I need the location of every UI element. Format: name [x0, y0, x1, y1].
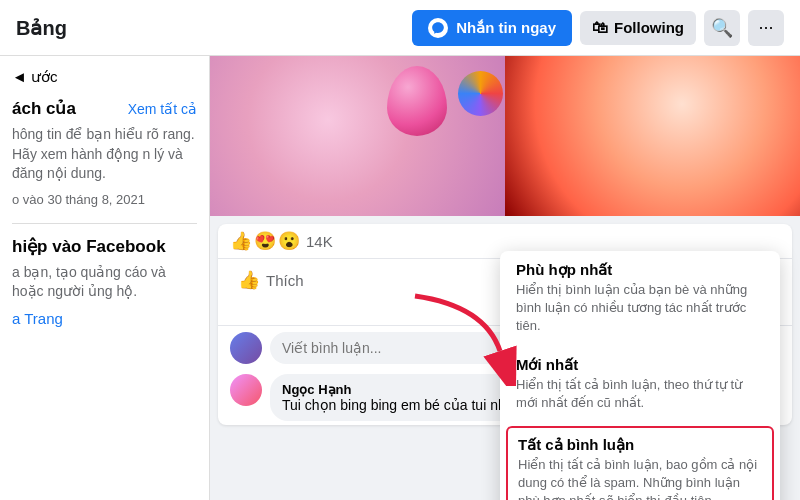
search-icon: 🔍 [711, 17, 733, 39]
sidebar: ◄ ước ách của Xem tất cả hông tin để bạn… [0, 56, 210, 500]
reaction-count: 14K [306, 233, 333, 250]
following-icon: 🛍 [592, 19, 608, 37]
view-all-link[interactable]: Xem tất cả [128, 101, 197, 117]
sort-dropdown-menu: Phù hợp nhất Hiển thị bình luận của bạn … [500, 251, 780, 500]
sidebar-section2-text: a bạn, tạo quảng cáo và hoặc người ủng h… [12, 263, 197, 302]
back-button[interactable]: ◄ ước [12, 68, 197, 86]
main-layout: ◄ ước ách của Xem tất cả hông tin để bạn… [0, 56, 800, 500]
current-user-avatar [230, 332, 262, 364]
sidebar-section-1: ách của Xem tất cả hông tin để bạn hiểu … [12, 98, 197, 207]
cover-left-image [210, 56, 505, 216]
like-label: Thích [266, 272, 304, 289]
cover-photo [210, 56, 800, 216]
following-label: Following [614, 19, 684, 36]
like-thumb-icon: 👍 [238, 269, 260, 291]
following-button[interactable]: 🛍 Following [580, 11, 696, 45]
topbar: Bảng Nhắn tin ngay 🛍 Following 🔍 ··· [0, 0, 800, 56]
cover-right-image [505, 56, 800, 216]
sidebar-section2-title: hiệp vào Facebook [12, 236, 197, 257]
like-button[interactable]: 👍 Thích [230, 263, 312, 297]
reaction-icons: 👍 😍 😮 14K [230, 230, 333, 252]
sort-option-title-3: Tất cả bình luận [518, 436, 762, 454]
search-button[interactable]: 🔍 [704, 10, 740, 46]
center-content: 👍 😍 😮 14K 👍 Thích Phù hợp nhất ▼ [210, 56, 800, 500]
commenter-avatar [230, 374, 262, 406]
page-link[interactable]: a Trang [12, 310, 197, 327]
sort-option-title-1: Phù hợp nhất [516, 261, 764, 279]
like-emoji: 👍 [230, 230, 252, 252]
sidebar-description: hông tin để bạn hiểu rõ rang. Hãy xem hà… [12, 125, 197, 184]
sort-option-most-relevant[interactable]: Phù hợp nhất Hiển thị bình luận của bạn … [500, 251, 780, 346]
sort-option-desc-1: Hiển thị bình luận của bạn bè và những b… [516, 281, 764, 336]
messenger-button[interactable]: Nhắn tin ngay [412, 10, 572, 46]
wow-emoji: 😮 [278, 230, 300, 252]
balloon-decoration [387, 66, 447, 136]
sidebar-heading: ách của [12, 98, 76, 119]
sidebar-heading-row: ách của Xem tất cả [12, 98, 197, 119]
more-button[interactable]: ··· [748, 10, 784, 46]
sidebar-section-2: hiệp vào Facebook a bạn, tạo quảng cáo v… [12, 223, 197, 327]
sort-option-desc-3: Hiển thị tất cả bình luận, bao gồm cả nộ… [518, 456, 762, 500]
sort-option-newest[interactable]: Mới nhất Hiển thị tất cả bình luận, theo… [500, 346, 780, 422]
sidebar-date: o vào 30 tháng 8, 2021 [12, 192, 197, 207]
page-title: Bảng [16, 16, 67, 40]
lollipop-decoration [458, 71, 503, 116]
messenger-icon [428, 18, 448, 38]
sort-option-title-2: Mới nhất [516, 356, 764, 374]
sort-option-desc-2: Hiển thị tất cả bình luận, theo thứ tự t… [516, 376, 764, 412]
sort-option-all-comments[interactable]: Tất cả bình luận Hiển thị tất cả bình lu… [506, 426, 774, 500]
love-emoji: 😍 [254, 230, 276, 252]
messenger-label: Nhắn tin ngay [456, 19, 556, 37]
more-icon: ··· [758, 17, 773, 38]
